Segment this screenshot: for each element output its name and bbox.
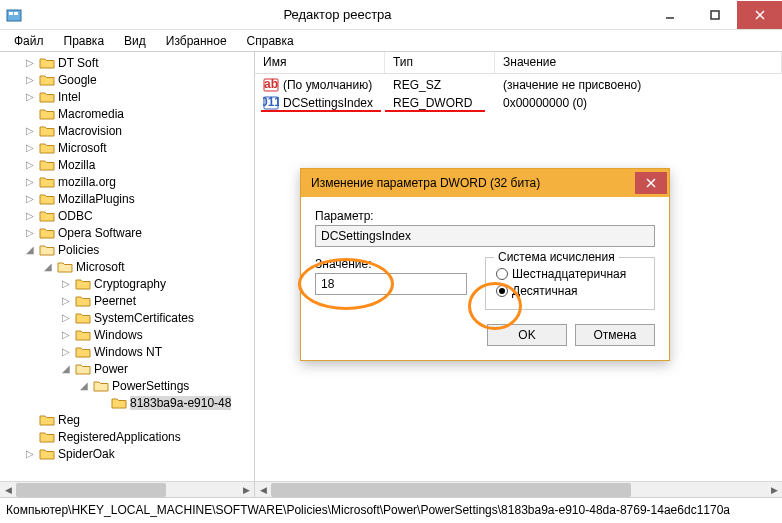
annotation-underline <box>261 110 381 112</box>
dialog-close-button[interactable] <box>635 172 667 194</box>
expand-icon[interactable]: ▷ <box>24 91 36 102</box>
scroll-thumb[interactable] <box>271 483 631 497</box>
edit-dword-dialog: Изменение параметра DWORD (32 бита) Пара… <box>300 168 670 361</box>
folder-icon <box>39 158 55 172</box>
tree-item[interactable]: ▷Google <box>4 71 254 88</box>
tree-item[interactable]: ▷DT Soft <box>4 54 254 71</box>
col-value[interactable]: Значение <box>495 52 782 73</box>
tree-item-label: Mozilla <box>58 158 95 172</box>
tree-item[interactable]: ▷Microsoft <box>4 139 254 156</box>
col-type[interactable]: Тип <box>385 52 495 73</box>
registry-tree[interactable]: ▷DT Soft▷Google▷IntelMacromedia▷Macrovis… <box>0 52 254 464</box>
folder-icon <box>75 277 91 291</box>
expand-icon[interactable]: ▷ <box>24 74 36 85</box>
tree-item[interactable]: ▷Windows NT <box>4 343 254 360</box>
param-value-input <box>315 225 655 247</box>
radio-hex[interactable]: Шестнадцатеричная <box>496 267 644 281</box>
close-button[interactable] <box>737 1 782 29</box>
cancel-button[interactable]: Отмена <box>575 324 655 346</box>
value-type: REG_SZ <box>385 78 495 92</box>
expand-icon[interactable]: ▷ <box>24 193 36 204</box>
col-name[interactable]: Имя <box>255 52 385 73</box>
ok-button[interactable]: OK <box>487 324 567 346</box>
tree-item[interactable]: Reg <box>4 411 254 428</box>
menu-edit[interactable]: Правка <box>54 32 115 50</box>
svg-rect-1 <box>9 12 13 15</box>
folder-icon <box>111 396 127 410</box>
scroll-left-icon[interactable]: ◀ <box>0 482 16 497</box>
svg-text:ab: ab <box>264 77 278 91</box>
expand-icon[interactable]: ▷ <box>24 210 36 221</box>
expand-icon[interactable]: ▷ <box>24 227 36 238</box>
tree-item[interactable]: RegisteredApplications <box>4 428 254 445</box>
collapse-icon[interactable]: ◢ <box>24 244 36 255</box>
collapse-icon[interactable]: ◢ <box>42 261 54 272</box>
tree-item[interactable]: Macromedia <box>4 105 254 122</box>
expand-icon[interactable]: ▷ <box>24 142 36 153</box>
scroll-thumb[interactable] <box>16 483 166 497</box>
expand-icon[interactable]: ▷ <box>24 57 36 68</box>
tree-item[interactable]: ◢Power <box>4 360 254 377</box>
tree-item[interactable]: ▷Windows <box>4 326 254 343</box>
expand-icon[interactable]: ▷ <box>60 346 72 357</box>
status-path: Компьютер\HKEY_LOCAL_MACHINE\SOFTWARE\Po… <box>6 503 730 517</box>
expand-icon[interactable]: ▷ <box>24 125 36 136</box>
menu-favorites[interactable]: Избранное <box>156 32 237 50</box>
menu-view[interactable]: Вид <box>114 32 156 50</box>
tree-item[interactable]: ▷SystemCertificates <box>4 309 254 326</box>
tree-item[interactable]: ▷mozilla.org <box>4 173 254 190</box>
expand-icon[interactable]: ▷ <box>60 278 72 289</box>
tree-item[interactable]: ▷SpiderOak <box>4 445 254 462</box>
annotation-underline <box>385 110 485 112</box>
scroll-right-icon[interactable]: ▶ <box>238 482 254 497</box>
tree-item-label: Intel <box>58 90 81 104</box>
tree-hscroll[interactable]: ◀ ▶ <box>0 481 254 497</box>
radio-dec[interactable]: Десятичная <box>496 284 644 298</box>
radio-icon <box>496 268 508 280</box>
tree-item-label: Windows <box>94 328 143 342</box>
scroll-right-icon[interactable]: ▶ <box>766 482 782 498</box>
svg-rect-2 <box>14 12 18 15</box>
list-row[interactable]: ab(По умолчанию)REG_SZ(значение не присв… <box>255 76 782 94</box>
collapse-icon[interactable]: ◢ <box>78 380 90 391</box>
minimize-button[interactable] <box>647 1 692 29</box>
tree-item[interactable]: ▷Intel <box>4 88 254 105</box>
list-header: Имя Тип Значение <box>255 52 782 74</box>
tree-item[interactable]: 8183ba9a-e910-48 <box>4 394 254 411</box>
tree-item-label: mozilla.org <box>58 175 116 189</box>
tree-item[interactable]: ◢Policies <box>4 241 254 258</box>
tree-item[interactable]: ▷Peernet <box>4 292 254 309</box>
expand-icon[interactable]: ▷ <box>24 176 36 187</box>
maximize-button[interactable] <box>692 1 737 29</box>
tree-item[interactable]: ▷ODBC <box>4 207 254 224</box>
collapse-icon[interactable]: ◢ <box>60 363 72 374</box>
expand-icon[interactable]: ▷ <box>24 159 36 170</box>
tree-item[interactable]: ▷Macrovision <box>4 122 254 139</box>
svg-text:011: 011 <box>263 95 279 109</box>
tree-item-label: Macromedia <box>58 107 124 121</box>
tree-item-label: Microsoft <box>76 260 125 274</box>
expand-icon[interactable]: ▷ <box>60 312 72 323</box>
folder-icon <box>75 345 91 359</box>
menu-help[interactable]: Справка <box>237 32 304 50</box>
tree-item[interactable]: ▷Cryptography <box>4 275 254 292</box>
param-label: Параметр: <box>315 209 655 223</box>
statusbar: Компьютер\HKEY_LOCAL_MACHINE\SOFTWARE\Po… <box>0 498 782 522</box>
tree-item[interactable]: ▷Mozilla <box>4 156 254 173</box>
expand-icon[interactable]: ▷ <box>24 448 36 459</box>
value-input[interactable] <box>315 273 467 295</box>
tree-item[interactable]: ▷Opera Software <box>4 224 254 241</box>
titlebar: Редактор реестра <box>0 0 782 30</box>
scroll-left-icon[interactable]: ◀ <box>255 482 271 498</box>
tree-item-label: SystemCertificates <box>94 311 194 325</box>
folder-icon <box>39 192 55 206</box>
menu-file[interactable]: Файл <box>4 32 54 50</box>
tree-item[interactable]: ◢Microsoft <box>4 258 254 275</box>
expand-icon[interactable]: ▷ <box>60 295 72 306</box>
list-hscroll[interactable]: ◀ ▶ <box>255 481 782 497</box>
value-data: 0x00000000 (0) <box>495 96 782 110</box>
tree-item[interactable]: ◢PowerSettings <box>4 377 254 394</box>
folder-icon <box>75 362 91 376</box>
expand-icon[interactable]: ▷ <box>60 329 72 340</box>
tree-item[interactable]: ▷MozillaPlugins <box>4 190 254 207</box>
